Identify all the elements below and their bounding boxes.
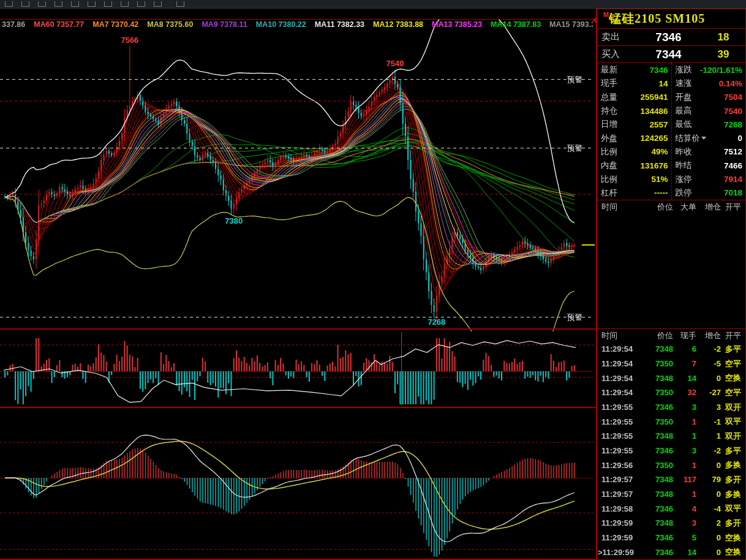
trade-row[interactable]: 11:29:5473486-2多平 (597, 342, 745, 357)
column-header: 时间 (597, 330, 636, 341)
trade-oi-change: 0 (696, 374, 721, 383)
trade-price: 7348 (636, 490, 673, 499)
ask-qty: 18 (701, 31, 745, 44)
trade-row[interactable]: 11:29:5873464-4双平 (597, 501, 745, 516)
ma-legend-item: MA13 7385.23 (432, 20, 482, 29)
trade-openclose-flag: 双开 (721, 431, 745, 442)
trade-volume: 5 (673, 533, 696, 542)
toolbar-icon-4-icon[interactable] (55, 1, 62, 7)
stat-row: 昨结7466 (672, 159, 746, 172)
trade-openclose-flag: 多换 (721, 460, 745, 471)
trade-row[interactable]: 11:29:5573501-1双平 (597, 414, 745, 429)
toolbar-icon-10-icon[interactable] (154, 1, 162, 7)
settlement-dropdown-icon[interactable] (701, 137, 706, 140)
trade-price: 7348 (636, 475, 673, 484)
stat-value: 7512 (724, 147, 742, 156)
trade-oi-change: 2 (696, 518, 721, 528)
trade-time: 11:29:55 (597, 417, 636, 426)
quote-stats: 最新7346现手14总量255941持仓134486日增2557外盘124265… (597, 63, 746, 200)
trade-row[interactable]: 11:29:59734832多开 (597, 516, 745, 531)
stat-row: 跌停7018 (672, 186, 746, 200)
trade-price: 7350 (636, 359, 673, 368)
trade-row[interactable]: 11:29:547348140空换 (597, 371, 745, 385)
trade-row[interactable]: 11:29:59734650空换 (597, 531, 745, 545)
trade-row[interactable]: 11:29:5573463-2多平 (597, 444, 745, 458)
trade-row[interactable]: 11:29:56735010多换 (597, 458, 745, 472)
stat-value: 0.14% (719, 79, 742, 88)
stat-label: 持仓 (601, 105, 617, 116)
toolbar-icon-11-icon[interactable] (176, 1, 184, 7)
stat-label: 最新 (601, 64, 617, 75)
trade-price: 7346 (636, 446, 673, 455)
toolbar-icon-3-icon[interactable] (38, 1, 46, 7)
bid-label: 买入 (597, 48, 636, 60)
column-header: 增仓 (696, 330, 721, 341)
ma-legend-item: 337.86 (2, 20, 25, 29)
stat-label: 昨结 (676, 160, 692, 171)
trade-openclose-flag: 多换 (721, 489, 745, 500)
trade-oi-change: -2 (696, 446, 721, 455)
ma-legend-item: MA9 7378.11 (202, 20, 247, 29)
stat-row: 持仓134486 (597, 104, 671, 118)
bid-row[interactable]: 买入 7344 39 (597, 46, 746, 63)
ma-legend: 337.86MA60 7357.77MA7 7370.42MA8 7375.60… (2, 20, 593, 29)
quote-title: M 锰硅2105 SM105 (597, 9, 746, 29)
stat-value: 51% (651, 175, 668, 184)
ask-row[interactable]: 卖出 7346 18 (597, 29, 746, 46)
trade-time: 11:29:59 (597, 518, 636, 528)
quote-panel: M 锰硅2105 SM105 卖出 7346 18 买入 7344 39 最新7… (596, 8, 746, 560)
trading-terminal: 337.86MA60 7357.77MA7 7370.42MA8 7375.60… (0, 0, 746, 560)
stat-row: 外盘124265 (597, 131, 671, 145)
trade-row[interactable]: >11:29:597346140空换 (597, 545, 745, 559)
toolbar-icon-6-icon[interactable] (88, 1, 96, 7)
trade-openclose-flag: 空平 (721, 387, 745, 398)
trade-openclose-flag: 多平 (721, 445, 745, 456)
trade-openclose-flag: 双开 (721, 402, 745, 413)
toolbar-icon-2-icon[interactable] (21, 1, 29, 7)
trade-time: 11:29:54 (597, 359, 636, 368)
stat-label: 现手 (601, 78, 617, 89)
trade-row[interactable]: 11:29:55734633双开 (597, 400, 745, 415)
toolbar-icon-8-icon[interactable] (121, 1, 129, 7)
trade-oi-change: -4 (696, 504, 721, 513)
trade-row[interactable]: 11:29:57734810多换 (597, 487, 745, 502)
stat-label: 内盘 (601, 160, 617, 171)
bid-qty: 39 (701, 48, 745, 61)
stat-value: ----- (654, 188, 668, 197)
stat-value: -120/1.61% (700, 66, 742, 75)
trade-row[interactable]: 11:29:55734811双开 (597, 429, 745, 444)
ma-legend-item: MA12 7383.88 (373, 20, 423, 29)
stat-value: 7504 (724, 93, 742, 102)
trade-time: 11:29:59 (597, 533, 636, 542)
trade-oi-change: -2 (696, 344, 721, 354)
trade-price: 7346 (636, 533, 673, 542)
column-header: 价位 (636, 330, 673, 341)
contract-flag: M (603, 11, 609, 18)
stat-row: 结算价0 (672, 131, 746, 145)
stat-row: 最新7346 (597, 63, 671, 77)
kline-chart-canvas[interactable] (0, 8, 595, 560)
toolbar-icon-7-icon[interactable] (104, 1, 112, 7)
stat-value: 7018 (724, 188, 742, 197)
toolbar-icon-5-icon[interactable] (71, 1, 79, 7)
stat-row: 现手14 (597, 77, 671, 90)
toolbar (0, 0, 746, 9)
panel-collapse-arrow-icon[interactable] (592, 17, 597, 24)
trade-row[interactable]: 11:29:54735032-27空平 (597, 385, 745, 400)
trade-time: 11:29:55 (597, 431, 636, 441)
toolbar-icon-1-icon[interactable] (5, 1, 13, 7)
toolbar-icon-9-icon[interactable] (137, 1, 145, 7)
stat-label: 杠杆 (601, 187, 617, 199)
stat-value: 131676 (640, 161, 668, 170)
trade-oi-change: 0 (696, 490, 721, 499)
trade-openclose-flag: 空换 (721, 373, 745, 384)
trade-row[interactable]: 11:29:5473507-5空平 (597, 357, 745, 371)
stat-value: 0 (737, 134, 742, 143)
stat-label: 最低 (676, 119, 692, 130)
trade-row[interactable]: 11:29:57734811779多开 (597, 472, 745, 487)
trade-time: 11:29:54 (597, 344, 636, 354)
trade-oi-change: 79 (696, 475, 721, 484)
stat-row: 涨停7914 (672, 172, 746, 186)
big-order-header: 时间价位大单增仓开平 (597, 200, 745, 213)
trade-time: 11:29:54 (597, 388, 636, 397)
